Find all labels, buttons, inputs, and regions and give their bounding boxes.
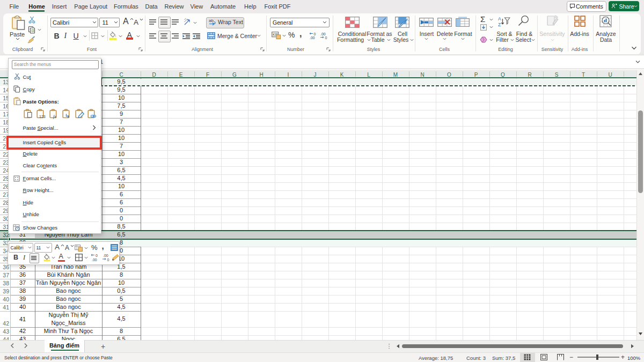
svg-text:0: 0 (314, 32, 316, 36)
svg-text:.00: .00 (103, 254, 108, 257)
svg-text:.00: .00 (92, 258, 97, 262)
svg-text:Z: Z (498, 22, 501, 27)
svg-text:123: 123 (39, 115, 46, 119)
svg-text:fx: fx (53, 114, 56, 119)
svg-text:.00: .00 (310, 36, 315, 39)
svg-text:A: A (498, 16, 501, 21)
svg-text:0: 0 (107, 258, 109, 262)
svg-text:0: 0 (325, 36, 327, 39)
svg-text:0: 0 (96, 254, 98, 257)
svg-text:ab: ab (209, 18, 214, 23)
svg-text:.00: .00 (320, 32, 326, 36)
